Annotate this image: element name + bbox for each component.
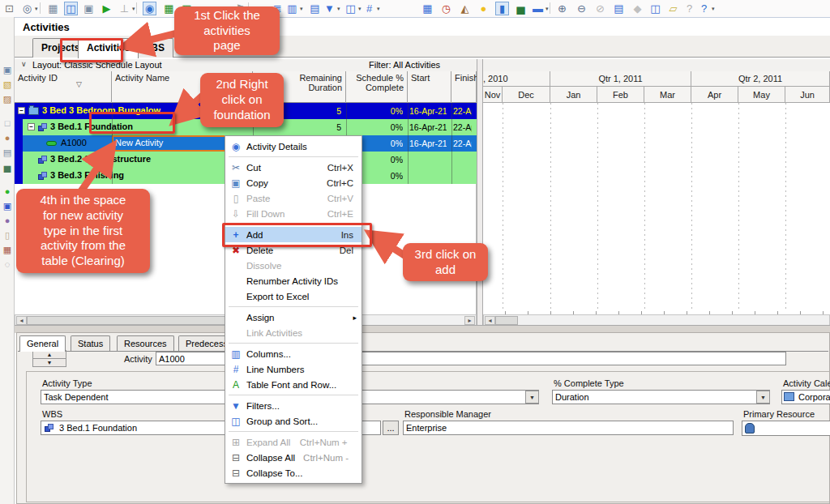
collapse-expander-icon[interactable]: − <box>28 123 35 130</box>
line-numbers-icon[interactable]: # <box>362 2 376 15</box>
wbs-blocks-icon[interactable]: ▣ <box>2 200 13 211</box>
portfolio-icon[interactable]: ▨ <box>2 93 13 105</box>
finish-cell[interactable]: 22-Apr-21 <box>453 139 472 148</box>
group-sort-icon[interactable]: ◫ <box>344 2 357 15</box>
menu-item-collapse-to[interactable]: ⊟Collapse To... <box>225 465 362 481</box>
layout-pane-icon[interactable]: ◫ <box>64 2 78 15</box>
trace-logic-icon[interactable]: ▶ <box>100 2 113 15</box>
dropdown-caret-icon[interactable]: ▾ <box>377 6 380 12</box>
calendar-grid-icon[interactable]: ▦ <box>2 244 13 255</box>
chevron-down-icon[interactable]: ▼ <box>525 391 539 404</box>
scroll-right-icon[interactable]: ▸ <box>464 316 475 325</box>
box-icon[interactable]: □ <box>2 117 13 129</box>
dropdown-caret-icon[interactable]: ▾ <box>132 6 135 12</box>
split-person-icon[interactable]: ◭ <box>458 2 472 15</box>
dropdown-caret-icon[interactable]: ▾ <box>35 6 38 12</box>
zoom-out-icon[interactable]: ⊖ <box>575 2 588 15</box>
activity-id-cell[interactable]: A1000 <box>61 138 87 147</box>
activity-name-cell[interactable]: New Activity <box>115 138 163 147</box>
timescale-quarter[interactable]: Qtr 1, 2011 <box>550 71 691 87</box>
activity-details-icon[interactable]: ◉ <box>143 2 156 15</box>
timescale-quarter[interactable]: , 2010 <box>483 71 550 87</box>
pin-icon[interactable]: ▮ <box>495 2 509 15</box>
chart-icon[interactable]: ▅ <box>514 2 528 15</box>
dropdown-caret-icon[interactable]: ▾ <box>545 6 549 12</box>
table-scroll-thumb[interactable] <box>27 316 246 325</box>
comment-icon[interactable]: ▱ <box>666 2 680 15</box>
wbs-band-label[interactable]: 3 Bed.2 Super structure <box>50 154 151 164</box>
resource-book-icon[interactable]: ● <box>2 215 13 226</box>
resource-person-icon[interactable]: ● <box>2 132 13 143</box>
printer-icon[interactable]: ⊡ <box>2 2 16 15</box>
start-cell[interactable]: 16-Apr-21 <box>409 106 447 116</box>
timescale-month[interactable]: Feb <box>597 87 644 103</box>
timescale-month[interactable]: Jan <box>550 87 597 103</box>
menu-item-columns[interactable]: ▥Columns... <box>225 346 362 361</box>
zoom-fit-icon[interactable]: ⊘ <box>593 2 607 15</box>
timescale-quarter[interactable]: Qtr 2, 2011 <box>691 71 830 87</box>
start-cell[interactable]: 16-Apr-21 <box>409 122 447 132</box>
zoom-in-icon[interactable]: ⊕ <box>555 2 569 15</box>
filter-icon[interactable]: ▼ <box>323 2 336 15</box>
pane-splitter[interactable] <box>477 59 483 325</box>
search-zoom-icon[interactable]: ◎ <box>20 2 34 15</box>
gantt-timescale[interactable]: , 2010Qtr 1, 2011Qtr 2, 2011NovDecJanFeb… <box>483 71 830 103</box>
gantt-h-scrollbar[interactable]: ◂ <box>483 314 830 326</box>
menu-item-group-and-sort[interactable]: ◫Group and Sort... <box>225 413 362 429</box>
menu-item-export-to-excel[interactable]: Export to Excel <box>225 288 362 304</box>
spinner-down-icon[interactable]: ▼ <box>33 358 66 366</box>
responsible-manager-field[interactable]: Enterprise <box>403 421 734 435</box>
new-window-icon[interactable]: ▣ <box>2 64 13 75</box>
finish-cell[interactable]: 22-Apr-21 <box>453 106 472 116</box>
dropdown-caret-icon[interactable]: ▾ <box>358 6 362 12</box>
clipboard-icon[interactable]: ▯ <box>2 229 13 241</box>
tab-wbs[interactable]: WBS <box>133 38 173 58</box>
gantt-chart-area[interactable] <box>483 103 830 310</box>
menu-item-line-numbers[interactable]: #Line Numbers <box>225 361 362 377</box>
bulb-icon[interactable]: ● <box>477 2 490 15</box>
web-help-icon[interactable]: ? <box>697 2 711 15</box>
clock-icon[interactable]: ◷ <box>439 2 453 15</box>
grid-icon[interactable]: ▦ <box>421 2 434 15</box>
panel-icon[interactable]: ▬ <box>531 2 545 15</box>
status-green-icon[interactable]: ● <box>2 186 13 197</box>
dropdown-caret-icon[interactable]: ▾ <box>337 6 340 12</box>
wbs-browse-button[interactable]: ... <box>383 421 399 435</box>
timescale-month[interactable]: May <box>738 87 785 103</box>
menu-item-collapse-all[interactable]: ⊟Collapse AllCtrl+Num - <box>225 450 362 465</box>
menu-item-cut[interactable]: ✂CutCtrl+X <box>225 160 362 175</box>
org-chart-icon[interactable]: ⊥ <box>118 2 131 15</box>
pct-cell[interactable]: 0% <box>346 122 403 132</box>
menu-item-activity-details[interactable]: ◉Activity Details <box>225 139 362 154</box>
start-cell[interactable]: 16-Apr-21 <box>409 139 447 148</box>
collapse-expander-icon[interactable]: − <box>18 107 25 114</box>
v-split-icon[interactable]: ◫ <box>648 2 662 15</box>
diamond-icon[interactable]: ◆ <box>631 2 644 15</box>
details-tab-resources[interactable]: Resources <box>117 335 174 351</box>
columns-icon[interactable]: ▥ <box>285 2 299 15</box>
timescale-month[interactable]: Dec <box>503 87 550 103</box>
finish-cell[interactable]: 22-Apr-21 <box>453 122 472 132</box>
chevron-down-icon[interactable]: ▼ <box>756 391 770 404</box>
pct-cell[interactable]: 0% <box>346 106 403 116</box>
column-header[interactable]: Activity ID <box>15 71 112 103</box>
menu-item-assign[interactable]: Assign▸ <box>225 310 362 325</box>
gantt-scroll-thumb[interactable] <box>495 316 518 325</box>
scroll-left-icon[interactable]: ◂ <box>485 316 495 325</box>
primary-resource-field[interactable] <box>742 421 830 436</box>
link-boxes-icon[interactable]: ▣ <box>82 2 96 15</box>
details-tab-status[interactable]: Status <box>71 335 110 351</box>
sort-indicator-icon[interactable]: ▽ <box>76 80 82 88</box>
histogram-icon[interactable]: ▅ <box>2 161 13 173</box>
timescale-month[interactable]: Nov <box>483 87 503 103</box>
timescale-month[interactable]: Apr <box>691 87 738 103</box>
timescale-month[interactable]: Jun <box>785 87 830 103</box>
pct-complete-type-select[interactable]: Duration <box>552 390 770 404</box>
wbs-band-label[interactable]: 3 Bed.3 Finishing <box>50 170 124 180</box>
menu-item-renumber-activity-ids[interactable]: Renumber Activity IDs <box>225 273 362 288</box>
details-tab-general[interactable]: General <box>19 335 66 352</box>
menu-item-filters[interactable]: ▼Filters... <box>225 398 362 413</box>
dropdown-caret-icon[interactable]: ▾ <box>300 6 303 12</box>
tools-icon[interactable]: ◌ <box>2 258 13 270</box>
activity-spinner[interactable]: ▲ ▼ <box>32 350 66 367</box>
